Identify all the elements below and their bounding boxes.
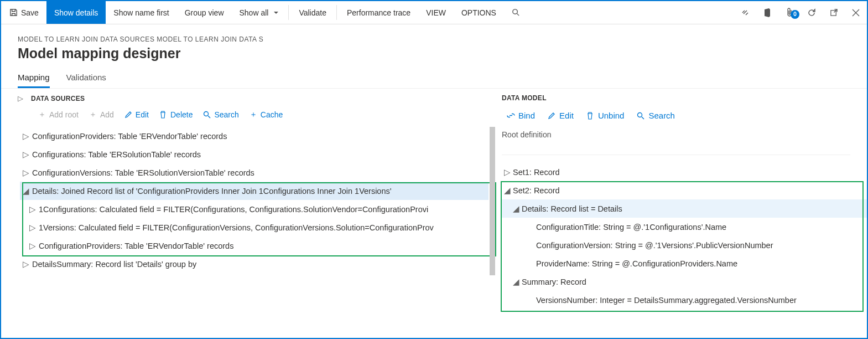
tab-mapping[interactable]: Mapping xyxy=(18,73,50,88)
search-icon xyxy=(512,8,521,17)
search-button[interactable]: Search xyxy=(636,111,675,120)
tree-row[interactable]: ▷ConfigurationProviders: Table 'ERVendor… xyxy=(20,237,488,255)
performance-trace-label: Performance trace xyxy=(347,8,410,17)
data-model-panel: DATA MODEL Bind Edit Unbind Search Root … xyxy=(502,89,867,339)
show-all-dropdown[interactable]: Show all xyxy=(232,1,287,24)
separator xyxy=(288,5,289,20)
tree-row[interactable]: ▷DetailsSummary: Record list 'Details' g… xyxy=(20,255,488,273)
caret-icon[interactable]: ▷ xyxy=(20,260,32,269)
root-definition-label: Root definition xyxy=(502,128,850,145)
tree-row[interactable]: ▷ConfigurationProviders: Table 'ERVendor… xyxy=(20,127,488,145)
performance-trace-button[interactable]: Performance trace xyxy=(339,1,418,24)
options-button[interactable]: OPTIONS xyxy=(454,1,504,24)
svg-point-5 xyxy=(638,112,642,117)
link-icon[interactable] xyxy=(734,8,756,17)
vertical-scrollbar[interactable] xyxy=(490,127,495,275)
breadcrumb: MODEL TO LEARN JOIN DATA SOURCES MODEL T… xyxy=(18,35,850,43)
edit-button[interactable]: Edit xyxy=(547,111,574,120)
data-sources-panel: ▷ DATA SOURCES ＋Add root ＋Add Edit Delet… xyxy=(1,89,502,339)
main-toolbar: Save Show details Show name first Group … xyxy=(1,1,867,24)
caret-icon[interactable]: ▷ xyxy=(27,205,39,214)
separator xyxy=(336,5,337,20)
unbind-button[interactable]: Unbind xyxy=(586,111,625,120)
caret-down-icon[interactable]: ◢ xyxy=(511,278,522,286)
tab-validations[interactable]: Validations xyxy=(66,73,106,88)
close-icon[interactable] xyxy=(845,9,867,17)
save-icon xyxy=(9,8,18,17)
caret-icon[interactable]: ▷ xyxy=(27,242,39,250)
caret-icon[interactable]: ▷ xyxy=(27,223,39,232)
toolbar-right: 0 xyxy=(734,1,867,24)
data-sources-title: DATA SOURCES xyxy=(31,95,85,102)
tree-row[interactable]: ▷ConfigurationVersions: Table 'ERSolutio… xyxy=(20,163,488,182)
dm-row[interactable]: VersionsNumber: Integer = DetailsSummary… xyxy=(502,291,850,309)
data-sources-header: ▷ DATA SOURCES xyxy=(18,94,494,102)
trash-icon xyxy=(586,111,595,120)
pencil-icon xyxy=(124,110,133,119)
attach-badge: 0 xyxy=(791,10,799,19)
save-label: Save xyxy=(21,8,39,17)
caret-icon[interactable]: ▷ xyxy=(20,150,32,159)
validate-label: Validate xyxy=(299,8,326,17)
dm-row[interactable]: ProviderName: String = @.ConfigurationPr… xyxy=(502,254,850,273)
show-details-label: Show details xyxy=(54,8,98,17)
svg-point-0 xyxy=(513,9,517,14)
view-button[interactable]: VIEW xyxy=(418,1,454,24)
data-model-tree: ▷Set1: Record ◢Set2: Record ◢Details: Re… xyxy=(502,161,850,309)
save-button[interactable]: Save xyxy=(1,1,46,24)
caret-icon[interactable]: ▷ xyxy=(502,168,513,177)
collapse-icon[interactable]: ▷ xyxy=(18,94,23,102)
show-name-first-label: Show name first xyxy=(113,8,169,17)
group-view-label: Group view xyxy=(185,8,224,17)
tab-strip: Mapping Validations xyxy=(1,65,867,89)
caret-down-icon[interactable]: ◢ xyxy=(511,204,522,213)
popout-icon[interactable] xyxy=(823,8,845,17)
search-button[interactable]: Search xyxy=(202,110,238,119)
plus-icon: ＋ xyxy=(89,110,97,119)
show-all-label: Show all xyxy=(240,8,269,17)
caret-icon[interactable]: ▷ xyxy=(20,168,32,177)
data-sources-tree: ▷ConfigurationProviders: Table 'ERVendor… xyxy=(20,127,494,273)
data-model-toolbar: Bind Edit Unbind Search xyxy=(502,111,850,120)
dm-row-summary[interactable]: ◢Summary: Record xyxy=(502,273,850,291)
caret-down-icon[interactable]: ◢ xyxy=(502,186,513,195)
svg-line-6 xyxy=(642,117,644,119)
svg-line-4 xyxy=(208,116,210,118)
tree-row[interactable]: ▷Configurations: Table 'ERSolutionTable'… xyxy=(20,145,488,163)
show-name-first-button[interactable]: Show name first xyxy=(106,1,176,24)
delete-button[interactable]: Delete xyxy=(159,110,193,119)
data-model-title: DATA MODEL xyxy=(502,94,850,102)
refresh-icon[interactable] xyxy=(801,8,823,17)
add-button[interactable]: ＋Add xyxy=(89,110,114,119)
plus-icon: ＋ xyxy=(249,110,258,119)
caret-down-icon[interactable]: ◢ xyxy=(20,187,32,196)
validate-button[interactable]: Validate xyxy=(291,1,334,24)
edit-button[interactable]: Edit xyxy=(124,110,149,119)
caret-icon[interactable]: ▷ xyxy=(20,132,32,141)
tree-row-details[interactable]: ◢Details: Joined Record list of 'Configu… xyxy=(20,182,488,200)
dm-row[interactable]: ConfigurationTitle: String = @.'1Configu… xyxy=(502,218,850,236)
link-icon xyxy=(506,111,515,120)
dm-row[interactable]: ConfigurationVersion: String = @.'1Versi… xyxy=(502,236,850,254)
cache-button[interactable]: ＋Cache xyxy=(249,110,283,119)
options-label: OPTIONS xyxy=(461,8,496,17)
attach-icon[interactable]: 0 xyxy=(778,8,801,18)
divider xyxy=(502,155,850,155)
tree-row[interactable]: ▷1Configurations: Calculated field = FIL… xyxy=(20,200,488,218)
pencil-icon xyxy=(547,111,556,120)
page-header: MODEL TO LEARN JOIN DATA SOURCES MODEL T… xyxy=(1,24,867,65)
office-icon[interactable] xyxy=(756,8,778,17)
dm-row-details[interactable]: ◢Details: Record list = Details xyxy=(502,199,867,218)
bind-button[interactable]: Bind xyxy=(506,111,535,120)
search-icon xyxy=(636,111,645,120)
add-root-button[interactable]: ＋Add root xyxy=(38,110,79,119)
group-view-button[interactable]: Group view xyxy=(177,1,232,24)
tree-row[interactable]: ▷1Versions: Calculated field = FILTER(Co… xyxy=(20,218,488,237)
search-button[interactable] xyxy=(504,1,528,24)
trash-icon xyxy=(159,110,168,119)
dm-row-set1[interactable]: ▷Set1: Record xyxy=(502,163,850,181)
main-area: ▷ DATA SOURCES ＋Add root ＋Add Edit Delet… xyxy=(1,89,867,339)
svg-point-3 xyxy=(204,112,209,116)
show-details-button[interactable]: Show details xyxy=(46,1,106,24)
dm-row-set2[interactable]: ◢Set2: Record xyxy=(502,181,850,199)
